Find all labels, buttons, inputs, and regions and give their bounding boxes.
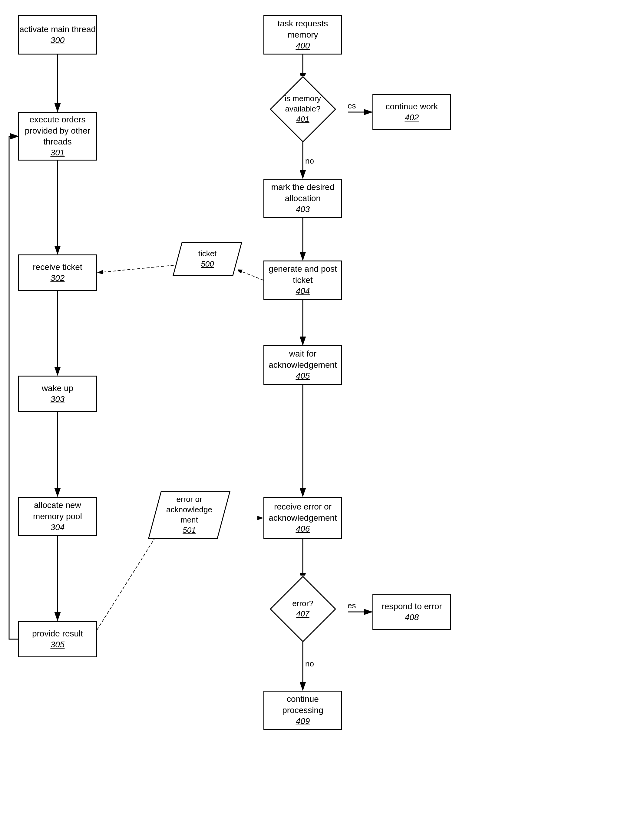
node-406: receive error oracknowledgement 406	[263, 497, 342, 539]
node-402-label: continue work	[386, 101, 438, 112]
node-500: ticket500	[177, 242, 238, 276]
node-407: error?407	[258, 576, 348, 642]
node-408-num: 408	[405, 612, 419, 623]
node-402-num: 402	[405, 112, 419, 123]
node-407-label: error?407	[292, 598, 313, 619]
node-406-num: 406	[296, 524, 310, 534]
svg-text:no: no	[305, 659, 314, 668]
node-303-num: 303	[51, 394, 65, 405]
node-408-label: respond to error	[382, 601, 442, 612]
node-305-num: 305	[51, 639, 65, 650]
node-400: task requestsmemory 400	[263, 15, 342, 55]
svg-line-17	[237, 269, 263, 280]
node-404: generate and postticket 404	[263, 261, 342, 300]
node-501: error oracknowledgement501	[155, 491, 224, 539]
node-302-num: 302	[51, 272, 65, 284]
node-400-num: 400	[296, 40, 310, 51]
node-401: is memoryavailable?401	[258, 76, 348, 142]
node-409: continueprocessing 409	[263, 691, 342, 730]
node-305-label: provide result	[32, 628, 83, 639]
node-303-label: wake up	[42, 383, 73, 394]
flowchart: yes no yes no activate main thread 300 e…	[0, 0, 641, 840]
node-403-label: mark the desiredallocation	[271, 182, 335, 204]
node-401-label: is memoryavailable?401	[285, 94, 321, 124]
node-403: mark the desiredallocation 403	[263, 179, 342, 218]
node-404-num: 404	[296, 285, 310, 297]
node-302: receive ticket 302	[18, 255, 97, 291]
node-404-label: generate and postticket	[269, 264, 337, 285]
node-304-num: 304	[51, 522, 65, 533]
svg-text:no: no	[305, 156, 314, 165]
node-501-label: error oracknowledgement501	[166, 494, 212, 535]
svg-line-19	[97, 530, 160, 630]
node-402: continue work 402	[372, 94, 451, 130]
node-301: execute ordersprovided by otherthreads 3…	[18, 112, 97, 161]
node-304-label: allocate newmemory pool	[33, 500, 82, 522]
node-300-label: activate main thread	[19, 24, 96, 35]
node-301-num: 301	[51, 147, 65, 158]
node-303: wake up 303	[18, 376, 97, 412]
node-305: provide result 305	[18, 621, 97, 657]
node-405-label: wait foracknowledgement	[269, 348, 337, 371]
node-409-num: 409	[296, 716, 310, 727]
node-405: wait foracknowledgement 405	[263, 345, 342, 385]
node-406-label: receive error oracknowledgement	[269, 501, 337, 524]
node-400-label: task requestsmemory	[278, 18, 328, 40]
node-408: respond to error 408	[372, 594, 451, 630]
node-304: allocate newmemory pool 304	[18, 497, 97, 536]
node-302-label: receive ticket	[33, 262, 82, 272]
node-300: activate main thread 300	[18, 15, 97, 55]
node-301-label: execute ordersprovided by otherthreads	[25, 114, 90, 147]
node-409-label: continueprocessing	[282, 694, 323, 716]
node-403-num: 403	[296, 204, 310, 215]
node-300-num: 300	[51, 35, 65, 46]
node-405-num: 405	[296, 371, 310, 381]
node-500-label: ticket500	[198, 249, 217, 269]
